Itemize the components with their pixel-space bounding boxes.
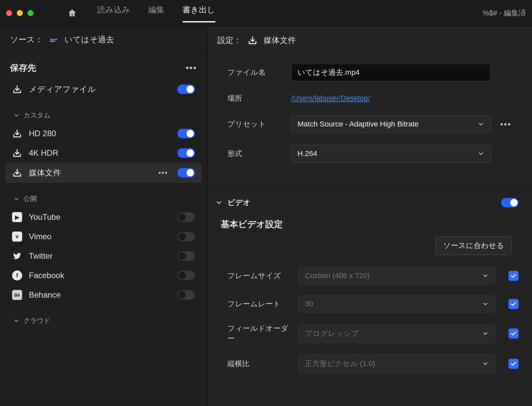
- destinations-header: 保存先: [10, 62, 36, 74]
- tab-import[interactable]: 読み込み: [97, 4, 130, 22]
- destination-label: YouTube: [29, 212, 171, 222]
- group-cloud[interactable]: クラウド: [0, 308, 207, 328]
- match-source-button[interactable]: ソースに合わせる: [435, 236, 512, 255]
- chevron-down-icon: [478, 150, 484, 157]
- minimize-window-icon[interactable]: [17, 10, 23, 16]
- location-link[interactable]: /Users/labuser/Desktop/: [291, 94, 370, 103]
- field-order-match-checkbox[interactable]: [509, 328, 519, 339]
- chevron-down-icon: [13, 112, 19, 118]
- video-subheader: 基本ビデオ設定: [207, 210, 532, 236]
- toggle-vimeo[interactable]: [177, 232, 195, 241]
- destination-behance[interactable]: Bē Behance: [5, 285, 202, 305]
- destination-label: Twitter: [29, 251, 171, 261]
- format-label: 形式: [227, 149, 291, 159]
- aspect-ratio-match-checkbox[interactable]: [509, 359, 519, 369]
- toggle-4khdr[interactable]: [177, 148, 195, 158]
- frame-rate-label: フレームレート: [227, 299, 291, 309]
- destination-label: HD 280: [29, 129, 171, 138]
- behance-icon: Bē: [12, 290, 22, 300]
- video-section-title[interactable]: ビデオ: [227, 198, 496, 208]
- destination-media-file[interactable]: メディアファイル: [5, 79, 202, 99]
- youtube-icon: ▶: [12, 212, 22, 222]
- frame-size-select: Custom (406 x 720): [299, 267, 495, 285]
- download-icon: [12, 129, 22, 139]
- field-order-select: プログレッシブ: [299, 324, 495, 343]
- chevron-down-icon: [482, 360, 489, 367]
- chevron-down-icon: [482, 272, 489, 279]
- facebook-icon: f: [12, 270, 22, 281]
- window-title: %$# - 編集済: [482, 8, 526, 18]
- tab-edit[interactable]: 編集: [148, 4, 164, 22]
- toggle-mediafile-cn[interactable]: [177, 168, 195, 177]
- preset-label: プリセット: [227, 119, 291, 129]
- frame-rate-select: 30: [299, 295, 495, 313]
- frame-size-label: フレームサイズ: [227, 271, 291, 281]
- group-custom-label: カスタム: [23, 111, 50, 120]
- group-publish[interactable]: 公開: [0, 186, 207, 206]
- toggle-behance[interactable]: [177, 290, 195, 300]
- frame-size-value: Custom (406 x 720): [305, 271, 370, 280]
- destination-label: Behance: [29, 290, 171, 300]
- destination-label: 4K HDR: [29, 148, 171, 158]
- source-label: ソース：: [10, 34, 43, 45]
- download-icon: [248, 35, 258, 45]
- destination-mediafile-cn[interactable]: 媒体文件 •••: [5, 163, 202, 183]
- destination-facebook[interactable]: f Facebook: [5, 266, 202, 285]
- destination-more-icon[interactable]: •••: [158, 168, 168, 177]
- chevron-down-icon: [482, 330, 489, 337]
- twitter-icon: [12, 251, 22, 261]
- chevron-down-icon[interactable]: [215, 199, 223, 206]
- destination-4khdr[interactable]: 4K HDR: [5, 143, 202, 163]
- destination-twitter[interactable]: Twitter: [5, 246, 202, 266]
- chevron-down-icon: [482, 301, 489, 307]
- aspect-ratio-select: 正方形ピクセル (1.0): [299, 354, 495, 373]
- group-custom[interactable]: カスタム: [0, 103, 207, 122]
- preset-select[interactable]: Match Source - Adaptive High Bitrate: [291, 115, 491, 133]
- tab-export[interactable]: 書き出し: [182, 4, 215, 22]
- close-window-icon[interactable]: [6, 10, 12, 16]
- preset-more-icon[interactable]: •••: [500, 119, 511, 130]
- vimeo-icon: v: [12, 232, 22, 242]
- destination-label: 媒体文件: [29, 167, 152, 178]
- aspect-ratio-label: 縦横比: [227, 359, 291, 369]
- aspect-ratio-value: 正方形ピクセル (1.0): [305, 359, 375, 369]
- settings-destination-name: 媒体文件: [264, 35, 296, 46]
- download-icon: [12, 148, 22, 158]
- toggle-youtube[interactable]: [177, 212, 195, 222]
- destination-youtube[interactable]: ▶ YouTube: [5, 207, 202, 227]
- filename-label: ファイル名: [227, 67, 291, 78]
- destination-label: Facebook: [29, 271, 171, 280]
- destination-vimeo[interactable]: v Vimeo: [5, 227, 202, 246]
- frame-rate-value: 30: [305, 300, 313, 308]
- sequence-icon: [49, 35, 58, 44]
- toggle-video-section[interactable]: [501, 198, 519, 207]
- toggle-media-file[interactable]: [177, 85, 195, 94]
- group-cloud-label: クラウド: [23, 316, 50, 325]
- chevron-down-icon: [13, 318, 19, 324]
- maximize-window-icon[interactable]: [28, 10, 34, 16]
- toggle-facebook[interactable]: [177, 271, 195, 280]
- format-value: H.264: [298, 149, 317, 158]
- location-label: 場所: [227, 93, 291, 103]
- filename-input[interactable]: [291, 64, 491, 81]
- chevron-down-icon: [478, 121, 484, 128]
- download-icon: [12, 84, 22, 94]
- frame-size-match-checkbox[interactable]: [509, 271, 519, 281]
- toggle-twitter[interactable]: [177, 251, 195, 261]
- destinations-more-icon[interactable]: •••: [186, 63, 197, 73]
- window-controls[interactable]: [6, 10, 34, 16]
- field-order-label: フィールドオーダー: [227, 323, 291, 344]
- download-icon: [12, 168, 22, 178]
- toggle-hd280[interactable]: [177, 129, 195, 138]
- source-name[interactable]: いてはそ過去: [64, 34, 114, 45]
- settings-label: 設定：: [217, 35, 242, 46]
- destination-label: Vimeo: [29, 232, 171, 241]
- top-tabs: 読み込み 編集 書き出し: [97, 4, 215, 22]
- field-order-value: プログレッシブ: [305, 328, 359, 339]
- preset-value: Match Source - Adaptive High Bitrate: [298, 120, 419, 129]
- format-select[interactable]: H.264: [291, 145, 491, 162]
- frame-rate-match-checkbox[interactable]: [509, 299, 519, 309]
- group-publish-label: 公開: [23, 194, 37, 203]
- home-icon[interactable]: [67, 8, 77, 18]
- destination-hd280[interactable]: HD 280: [5, 124, 202, 143]
